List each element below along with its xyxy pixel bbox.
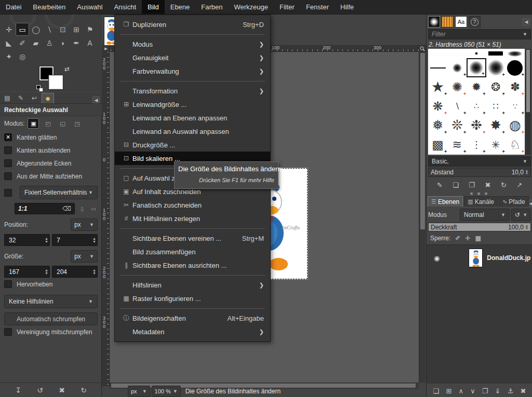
tab-ebenen[interactable]: ☰Ebenen	[428, 196, 463, 207]
menubar-item-auswahl[interactable]: Auswahl	[71, 0, 108, 14]
brush-dots-grid[interactable]: ∵+	[506, 97, 525, 116]
menu-item-fanatisch-zuschneiden[interactable]: ✂Fanatisch zuschneiden	[115, 198, 270, 212]
edit-brush-icon[interactable]: ✎	[437, 181, 443, 189]
device-status-tab[interactable]: ✎	[15, 93, 27, 103]
text-tool-icon[interactable]: A	[83, 36, 97, 49]
new-layer-group-icon[interactable]: ⊞	[446, 387, 451, 395]
duplicate-brush-icon[interactable]: ❐	[469, 181, 475, 189]
menubar-item-filter[interactable]: Filter	[274, 0, 300, 14]
brush-scrollbar[interactable]	[525, 49, 531, 155]
brush-chalk[interactable]: ❋+	[428, 97, 447, 116]
open-brush-as-image-icon[interactable]: ↗	[516, 181, 522, 189]
rectangle-select-tool-icon[interactable]: ▭	[16, 23, 29, 36]
brush-animal-sketch[interactable]: ♘+	[506, 135, 525, 154]
shrink-merged-checkbox[interactable]: ✕	[4, 328, 12, 336]
layer-mode-dropdown[interactable]: Normal ▼	[460, 209, 510, 221]
brush-spacing-slider[interactable]: Abstand 10,0 ▲▼	[428, 168, 531, 177]
portrait-orientation-icon[interactable]: ▯	[78, 204, 86, 213]
menu-item-farbverwaltung[interactable]: Farbverwaltung❯	[115, 64, 270, 78]
brush-star[interactable]: ★+	[428, 77, 447, 97]
brush-scribble[interactable]: ≋+	[447, 135, 467, 154]
antialiasing-row[interactable]: ✕ Kanten glätten	[0, 131, 102, 144]
brush-empty[interactable]	[447, 49, 467, 58]
menu-item-druckgröße[interactable]: ⊟Druckgröße ...	[115, 138, 270, 152]
delete-brush-icon[interactable]: ✖	[485, 181, 490, 189]
menubar-item-farben[interactable]: Farben	[195, 0, 228, 14]
highlight-row[interactable]: ✕ Hervorheben	[0, 278, 102, 291]
feather-edges-row[interactable]: ✕ Kanten ausblenden	[0, 144, 102, 157]
menu-item-bild-zusammenfügen[interactable]: Bild zusammenfügen	[115, 245, 270, 258]
menu-item-bildeigenschaften[interactable]: ⓘBildeigenschaftenAlt+Eingabe	[115, 311, 270, 325]
spinner-arrows-icon[interactable]: ▲▼	[45, 269, 48, 275]
brush-hardness-025[interactable]: +	[447, 58, 467, 77]
fixed-checkbox[interactable]: ✕	[4, 189, 12, 197]
brush-acrylic-3[interactable]: ❂+	[486, 77, 506, 97]
undo-history-tab[interactable]: ↩	[28, 93, 41, 103]
clear-input-icon[interactable]: ⌫	[62, 205, 71, 212]
position-y-field[interactable]: 7 ▲▼	[52, 234, 98, 246]
statusbar-unit-dropdown[interactable]: px ▼	[128, 386, 150, 397]
paintbrush-tool-icon[interactable]: ✐	[16, 36, 29, 49]
position-unit-dropdown[interactable]: px ▼	[71, 218, 98, 231]
brush-cell-02[interactable]: ❊+	[447, 116, 467, 135]
images-tab[interactable]: ☻	[42, 93, 54, 103]
brush-dots-vertical[interactable]: ⋮+	[467, 135, 486, 154]
menubar-item-fenster[interactable]: Fenster	[300, 0, 335, 14]
zoom-tool-icon[interactable]: ◎	[16, 50, 29, 63]
ink-tool-icon[interactable]: ✒	[70, 36, 83, 49]
menu-item-transformation[interactable]: Transformation❯	[115, 84, 270, 98]
aspect-ratio-input[interactable]: 1:1 ⌫	[15, 203, 75, 214]
size-width-field[interactable]: 167 ▲▼	[4, 266, 50, 278]
menu-item-genauigkeit[interactable]: Genauigkeit❯	[115, 51, 270, 64]
lock-alpha-icon[interactable]: ▦	[475, 235, 481, 242]
anchor-layer-icon[interactable]: ⚓	[508, 387, 514, 395]
menu-item-leinwand-an-auswahl-anpassen[interactable]: Leinwand an Auswahl anpassen	[115, 125, 270, 138]
antialiasing-checkbox[interactable]: ✕	[4, 133, 12, 141]
vertical-scrollbar-thumb[interactable]	[420, 53, 425, 229]
menu-item-sichtbare-ebenen-ausrichten[interactable]: ∥Sichtbare Ebenen ausrichten ...	[115, 258, 270, 272]
brush-dots-cluster[interactable]: ∷+	[486, 97, 506, 116]
move-tool-icon[interactable]: ✛	[2, 23, 16, 36]
lower-layer-icon[interactable]: ∨	[470, 387, 475, 395]
merge-layer-icon[interactable]: ⇓	[495, 387, 501, 395]
delete-layer-icon[interactable]: ✖	[520, 387, 526, 395]
smudge-tool-icon[interactable]: ◗	[56, 36, 70, 49]
save-tool-preset-icon[interactable]: ↧	[15, 386, 21, 394]
clone-tool-icon[interactable]: ♙	[43, 36, 56, 49]
vertical-scrollbar[interactable]	[419, 52, 425, 382]
background-color-swatch[interactable]	[49, 75, 63, 89]
brush-empty[interactable]	[428, 49, 447, 58]
auto-shrink-button[interactable]: Automatisch schrumpfen	[4, 312, 98, 325]
collapse-dock-icon[interactable]: ◀	[529, 200, 532, 207]
opacity-slider[interactable]: Deckkraft 100,0 ▲▼	[428, 223, 531, 231]
size-height-field[interactable]: 204 ▲▼	[52, 266, 98, 278]
brush-cell-01[interactable]: ❅+	[428, 116, 447, 135]
brush-acrylic-4[interactable]: ✽+	[506, 77, 525, 97]
crop-tool-icon[interactable]: ⊡	[56, 23, 70, 36]
menu-item-hilfslinien[interactable]: Hilfslinien❯	[115, 278, 270, 292]
patterns-tab[interactable]	[442, 16, 454, 28]
feather-edges-checkbox[interactable]: ✕	[4, 146, 12, 154]
expand-from-center-checkbox[interactable]: ✕	[4, 172, 12, 180]
lock-pixels-icon[interactable]: ✐	[455, 235, 460, 242]
help-tab[interactable]: ?	[469, 16, 481, 28]
menu-item-sichtbare-ebenen-vereinen[interactable]: Sichtbare Ebenen vereinen ...Strg+M	[115, 231, 270, 245]
expand-from-center-row[interactable]: ✕ Aus der Mitte aufziehen	[0, 170, 102, 183]
delete-tool-preset-icon[interactable]: ✖	[59, 386, 65, 394]
brush-set-dropdown[interactable]: Basic, ▼	[428, 156, 531, 167]
brush-cell-03[interactable]: ❉+	[467, 116, 486, 135]
brush-square-texture[interactable]: ▩+	[428, 135, 447, 154]
menu-item-duplizieren[interactable]: ❐DuplizierenStrg+D	[115, 18, 270, 31]
layer-mode-reset-button[interactable]: ↺ ▼	[511, 209, 531, 221]
spinner-arrows-icon[interactable]: ▲▼	[525, 170, 528, 175]
rounded-corners-checkbox[interactable]: ✕	[4, 159, 12, 167]
selection-mode-intersect-icon[interactable]: ◳	[71, 118, 83, 129]
fuzzy-select-tool-icon[interactable]: ∖	[43, 23, 56, 36]
reset-tool-options-icon[interactable]: ↻	[81, 386, 87, 394]
brush-hardness-100[interactable]: +	[506, 58, 525, 77]
brush-line[interactable]	[428, 58, 447, 77]
bucket-fill-tool-icon[interactable]: ◣	[2, 36, 16, 49]
free-select-tool-icon[interactable]: ◯	[29, 23, 43, 36]
menubar-item-werkzeuge[interactable]: Werkzeuge	[229, 0, 274, 14]
collapse-dock-icon[interactable]: ◀	[92, 97, 100, 103]
